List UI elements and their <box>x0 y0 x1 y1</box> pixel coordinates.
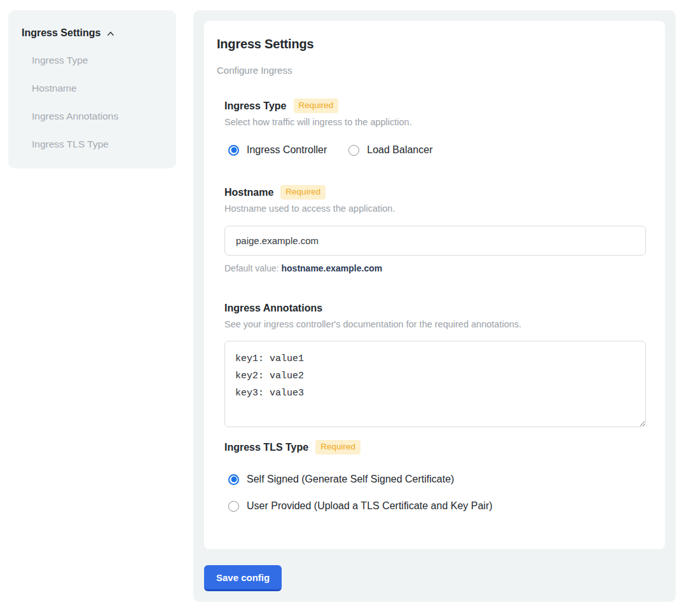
sidebar-item-ingress-annotations[interactable]: Ingress Annotations <box>32 111 163 122</box>
required-badge: Required <box>294 99 339 113</box>
config-card: Ingress Settings Configure Ingress Ingre… <box>204 21 665 549</box>
section-ingress-annotations: Ingress Annotations See your ingress con… <box>224 301 646 427</box>
page-subtitle: Configure Ingress <box>217 65 646 76</box>
section-ingress-tls-type: Ingress TLS Type Required Self Signed (G… <box>224 440 646 512</box>
radio-label: Ingress Controller <box>247 144 327 156</box>
chevron-up-icon <box>106 29 115 38</box>
hostname-label: Hostname <box>224 186 273 200</box>
radio-self-signed[interactable]: Self Signed (Generate Self Signed Certif… <box>228 474 454 485</box>
radio-label: Self Signed (Generate Self Signed Certif… <box>247 474 454 485</box>
config-sections: Ingress Type Required Select how traffic… <box>224 99 646 512</box>
ingress-tls-type-label: Ingress TLS Type <box>224 441 308 455</box>
section-hostname: Hostname Required Hostname used to acces… <box>224 185 646 274</box>
sidebar-item-list: Ingress Type Hostname Ingress Annotation… <box>32 55 163 150</box>
config-panel: Ingress Settings Configure Ingress Ingre… <box>193 10 676 602</box>
ingress-annotations-label: Ingress Annotations <box>224 301 322 315</box>
ingress-type-label: Ingress Type <box>224 99 287 113</box>
sidebar-item-ingress-type[interactable]: Ingress Type <box>32 55 163 66</box>
section-ingress-type: Ingress Type Required Select how traffic… <box>224 99 646 156</box>
radio-label: Load Balancer <box>367 144 432 156</box>
radio-user-provided[interactable]: User Provided (Upload a TLS Certificate … <box>228 500 493 512</box>
required-badge: Required <box>280 185 326 200</box>
ingress-annotations-description: See your ingress controller's documentat… <box>224 318 646 330</box>
required-badge: Required <box>315 440 360 455</box>
radio-ingress-controller[interactable]: Ingress Controller <box>228 144 327 156</box>
radio-label: User Provided (Upload a TLS Certificate … <box>247 500 493 512</box>
radio-unselected-icon <box>228 501 239 512</box>
ingress-type-description: Select how traffic will ingress to the a… <box>224 116 646 128</box>
ingress-type-options: Ingress Controller Load Balancer <box>228 144 646 156</box>
tls-option-user-provided-row: User Provided (Upload a TLS Certificate … <box>228 500 646 512</box>
sidebar-item-hostname[interactable]: Hostname <box>32 83 163 94</box>
radio-load-balancer[interactable]: Load Balancer <box>348 144 432 156</box>
default-value-prefix: Default value: <box>224 263 282 273</box>
tls-option-self-signed-row: Self Signed (Generate Self Signed Certif… <box>228 474 646 485</box>
hostname-default-value: Default value: hostname.example.com <box>224 263 646 274</box>
save-config-button[interactable]: Save config <box>204 565 282 591</box>
sidebar-group-ingress-settings[interactable]: Ingress Settings <box>22 27 163 39</box>
ingress-annotations-textarea[interactable]: key1: value1 key2: value2 key3: value3 <box>224 341 646 427</box>
radio-selected-icon <box>228 474 239 485</box>
sidebar-group-label: Ingress Settings <box>22 27 100 39</box>
page-title: Ingress Settings <box>217 36 646 51</box>
hostname-description: Hostname used to access the application. <box>224 203 646 214</box>
radio-unselected-icon <box>348 145 359 156</box>
sidebar-item-ingress-tls-type[interactable]: Ingress TLS Type <box>32 139 163 150</box>
radio-selected-icon <box>228 145 239 156</box>
default-value-text: hostname.example.com <box>282 263 383 273</box>
config-groups-sidebar: Ingress Settings Ingress Type Hostname I… <box>8 10 176 168</box>
hostname-input[interactable] <box>224 226 646 256</box>
